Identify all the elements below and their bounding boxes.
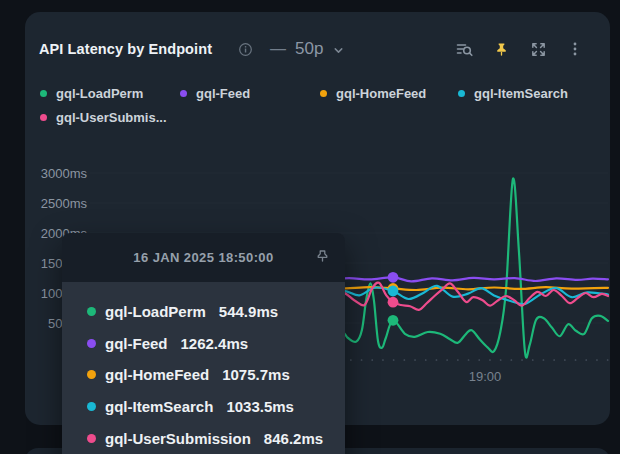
tooltip-series-value: 1033.5ms [226,398,294,415]
dashboard-page: API Latency by Endpoint — 50p [0,0,620,454]
x-axis-tick-label: 19:00 [469,369,502,384]
tooltip-series-name: gql-Feed [105,335,168,352]
hover-marker-gql-ItemSearch [388,286,399,297]
tooltip-row: gql-ItemSearch1033.5ms [87,391,345,423]
series-color-dot [87,339,96,348]
hover-marker-gql-UserSubmission [388,297,399,308]
tooltip-pin-icon[interactable] [313,247,332,266]
tooltip-series-value: 544.9ms [219,303,278,320]
tooltip-series-value: 1075.7ms [222,366,290,383]
tooltip-timestamp: 16 JAN 2025 18:50:00 [133,250,273,265]
tooltip-series-name: gql-UserSubmission [105,430,251,447]
series-color-dot [87,370,96,379]
tooltip-header: 16 JAN 2025 18:50:00 [62,233,345,282]
chart-tooltip: 16 JAN 2025 18:50:00 gql-LoadPerm544.9ms… [62,233,345,454]
y-axis-tick-label: 2500ms [41,196,88,211]
tooltip-series-value: 1262.4ms [181,335,249,352]
hover-marker-gql-Feed [388,272,399,283]
series-color-dot [87,402,96,411]
series-color-dot [87,434,96,443]
tooltip-series-value: 846.2ms [264,430,323,447]
tooltip-series-name: gql-LoadPerm [105,303,206,320]
y-axis-tick-label: 3000ms [41,166,88,181]
tooltip-row: gql-LoadPerm544.9ms [87,296,345,328]
tooltip-row: gql-UserSubmission846.2ms [87,422,345,454]
tooltip-series-name: gql-HomeFeed [105,366,209,383]
tooltip-row: gql-HomeFeed1075.7ms [87,359,345,391]
series-color-dot [87,307,96,316]
tooltip-body: gql-LoadPerm544.9msgql-Feed1262.4msgql-H… [62,282,345,454]
tooltip-series-name: gql-ItemSearch [105,398,213,415]
hover-marker-gql-LoadPerm [388,315,399,326]
tooltip-row: gql-Feed1262.4ms [87,328,345,360]
